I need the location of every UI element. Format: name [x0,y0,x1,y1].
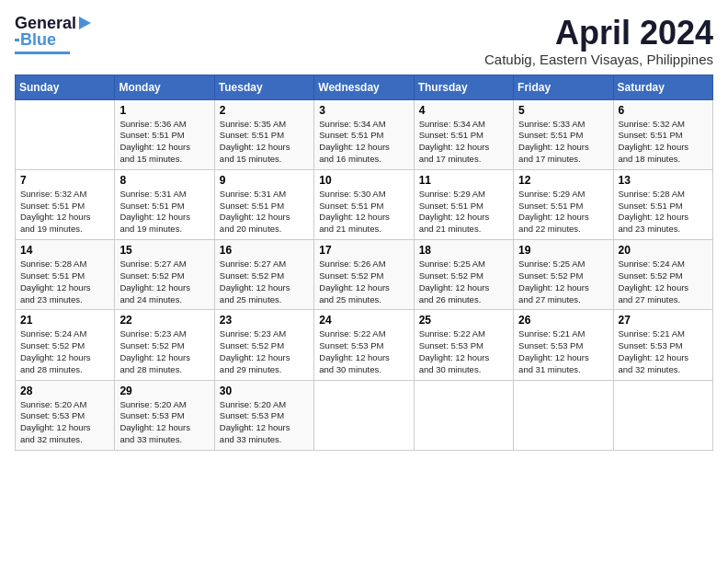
calendar-week-row: 28Sunrise: 5:20 AM Sunset: 5:53 PM Dayli… [16,380,713,450]
calendar-cell: 5Sunrise: 5:33 AM Sunset: 5:51 PM Daylig… [514,99,613,169]
day-content: Sunrise: 5:22 AM Sunset: 5:53 PM Dayligh… [419,328,508,375]
calendar-cell: 20Sunrise: 5:24 AM Sunset: 5:52 PM Dayli… [613,240,712,310]
day-content: Sunrise: 5:21 AM Sunset: 5:53 PM Dayligh… [619,328,708,375]
calendar-cell: 9Sunrise: 5:31 AM Sunset: 5:51 PM Daylig… [214,169,313,239]
calendar-cell: 4Sunrise: 5:34 AM Sunset: 5:51 PM Daylig… [414,99,513,169]
weekday-header: Wednesday [314,75,414,99]
calendar-cell [314,380,414,450]
day-number: 12 [518,174,608,187]
day-number: 22 [119,314,209,327]
calendar-cell: 30Sunrise: 5:20 AM Sunset: 5:53 PM Dayli… [214,380,313,450]
calendar-cell: 24Sunrise: 5:22 AM Sunset: 5:53 PM Dayli… [314,310,414,380]
day-content: Sunrise: 5:25 AM Sunset: 5:52 PM Dayligh… [518,259,608,305]
day-number: 24 [319,314,408,327]
calendar-cell: 14Sunrise: 5:28 AM Sunset: 5:51 PM Dayli… [16,240,115,310]
day-content: Sunrise: 5:24 AM Sunset: 5:52 PM Dayligh… [20,328,109,375]
day-number: 14 [20,244,109,257]
day-number: 21 [20,314,109,327]
day-content: Sunrise: 5:21 AM Sunset: 5:53 PM Dayligh… [518,328,608,375]
day-content: Sunrise: 5:33 AM Sunset: 5:51 PM Dayligh… [518,119,608,166]
day-number: 7 [20,174,109,187]
day-number: 15 [119,244,209,257]
day-content: Sunrise: 5:23 AM Sunset: 5:52 PM Dayligh… [220,328,309,375]
day-content: Sunrise: 5:20 AM Sunset: 5:53 PM Dayligh… [20,399,109,446]
day-number: 6 [619,104,708,117]
title-block: April 2024 Catubig, Eastern Visayas, Phi… [484,15,713,67]
calendar-cell: 16Sunrise: 5:27 AM Sunset: 5:52 PM Dayli… [214,240,313,310]
calendar-cell [16,99,115,169]
calendar-cell: 23Sunrise: 5:23 AM Sunset: 5:52 PM Dayli… [214,310,313,380]
day-content: Sunrise: 5:30 AM Sunset: 5:51 PM Dayligh… [319,189,408,236]
day-number: 17 [319,244,408,257]
day-number: 2 [220,104,309,117]
calendar-week-row: 1Sunrise: 5:36 AM Sunset: 5:51 PM Daylig… [16,99,713,169]
day-number: 27 [619,314,708,327]
day-content: Sunrise: 5:29 AM Sunset: 5:51 PM Dayligh… [419,189,508,236]
calendar-table: SundayMondayTuesdayWednesdayThursdayFrid… [15,75,713,451]
calendar-cell [613,380,712,450]
calendar-cell: 1Sunrise: 5:36 AM Sunset: 5:51 PM Daylig… [115,99,214,169]
day-content: Sunrise: 5:22 AM Sunset: 5:53 PM Dayligh… [319,328,408,375]
day-number: 8 [119,174,209,187]
day-content: Sunrise: 5:24 AM Sunset: 5:52 PM Dayligh… [619,259,708,305]
day-content: Sunrise: 5:31 AM Sunset: 5:51 PM Dayligh… [220,189,309,236]
page-header: General Blue April 2024 Catubig, Eastern… [15,15,713,67]
calendar-cell: 17Sunrise: 5:26 AM Sunset: 5:52 PM Dayli… [314,240,414,310]
calendar-cell: 27Sunrise: 5:21 AM Sunset: 5:53 PM Dayli… [613,310,712,380]
day-content: Sunrise: 5:32 AM Sunset: 5:51 PM Dayligh… [20,189,109,236]
weekday-header: Monday [115,75,214,99]
day-number: 19 [518,244,608,257]
day-content: Sunrise: 5:27 AM Sunset: 5:52 PM Dayligh… [220,259,309,305]
day-number: 13 [619,174,708,187]
day-content: Sunrise: 5:29 AM Sunset: 5:51 PM Dayligh… [518,189,608,236]
day-number: 1 [119,104,209,117]
day-number: 10 [319,174,408,187]
day-content: Sunrise: 5:28 AM Sunset: 5:51 PM Dayligh… [619,189,708,236]
day-content: Sunrise: 5:32 AM Sunset: 5:51 PM Dayligh… [619,119,708,166]
day-number: 28 [20,385,109,397]
calendar-cell: 11Sunrise: 5:29 AM Sunset: 5:51 PM Dayli… [414,169,513,239]
day-content: Sunrise: 5:25 AM Sunset: 5:52 PM Dayligh… [419,259,508,305]
day-number: 3 [319,104,408,117]
calendar-cell: 13Sunrise: 5:28 AM Sunset: 5:51 PM Dayli… [613,169,712,239]
day-number: 16 [220,244,309,257]
day-content: Sunrise: 5:36 AM Sunset: 5:51 PM Dayligh… [119,119,209,166]
logo-underline [15,52,70,54]
day-number: 9 [220,174,309,187]
calendar-cell: 25Sunrise: 5:22 AM Sunset: 5:53 PM Dayli… [414,310,513,380]
day-number: 4 [419,104,508,117]
weekday-header: Thursday [414,75,513,99]
calendar-week-row: 21Sunrise: 5:24 AM Sunset: 5:52 PM Dayli… [16,310,713,380]
logo-bar-icon [15,39,19,41]
calendar-cell: 3Sunrise: 5:34 AM Sunset: 5:51 PM Daylig… [314,99,414,169]
calendar-cell: 2Sunrise: 5:35 AM Sunset: 5:51 PM Daylig… [214,99,313,169]
calendar-cell: 15Sunrise: 5:27 AM Sunset: 5:52 PM Dayli… [115,240,214,310]
day-number: 5 [518,104,608,117]
day-content: Sunrise: 5:20 AM Sunset: 5:53 PM Dayligh… [119,399,209,446]
calendar-cell: 19Sunrise: 5:25 AM Sunset: 5:52 PM Dayli… [514,240,613,310]
day-number: 30 [220,385,309,397]
calendar-cell [414,380,513,450]
calendar-header-row: SundayMondayTuesdayWednesdayThursdayFrid… [16,75,713,99]
day-number: 23 [220,314,309,327]
day-number: 18 [419,244,508,257]
day-content: Sunrise: 5:20 AM Sunset: 5:53 PM Dayligh… [220,399,309,446]
day-content: Sunrise: 5:23 AM Sunset: 5:52 PM Dayligh… [119,328,209,375]
weekday-header: Tuesday [214,75,313,99]
calendar-cell: 18Sunrise: 5:25 AM Sunset: 5:52 PM Dayli… [414,240,513,310]
calendar-cell: 21Sunrise: 5:24 AM Sunset: 5:52 PM Dayli… [16,310,115,380]
month-title: April 2024 [484,15,713,52]
weekday-header: Friday [514,75,613,99]
day-content: Sunrise: 5:34 AM Sunset: 5:51 PM Dayligh… [419,119,508,166]
calendar-cell: 12Sunrise: 5:29 AM Sunset: 5:51 PM Dayli… [514,169,613,239]
calendar-cell: 29Sunrise: 5:20 AM Sunset: 5:53 PM Dayli… [115,380,214,450]
calendar-cell: 22Sunrise: 5:23 AM Sunset: 5:52 PM Dayli… [115,310,214,380]
day-content: Sunrise: 5:35 AM Sunset: 5:51 PM Dayligh… [220,119,309,166]
day-number: 26 [518,314,608,327]
day-content: Sunrise: 5:31 AM Sunset: 5:51 PM Dayligh… [119,189,209,236]
day-content: Sunrise: 5:27 AM Sunset: 5:52 PM Dayligh… [119,259,209,305]
logo: General Blue [15,15,91,54]
calendar-cell: 26Sunrise: 5:21 AM Sunset: 5:53 PM Dayli… [514,310,613,380]
location-text: Catubig, Eastern Visayas, Philippines [484,52,713,67]
calendar-cell: 6Sunrise: 5:32 AM Sunset: 5:51 PM Daylig… [613,99,712,169]
